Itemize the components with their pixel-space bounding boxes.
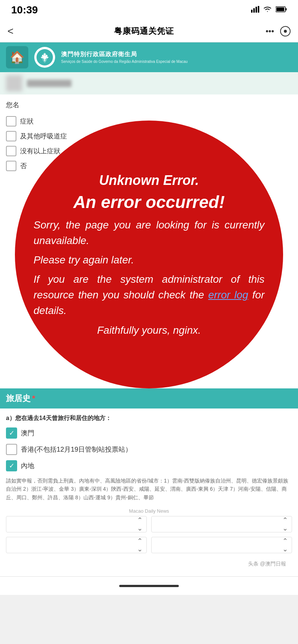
warning-text: 請如實申報，否則需負上刑責。內地有中、高風險地區的省份/城市：1）雲南-西雙版納… — [6, 477, 292, 502]
svg-rect-3 — [258, 6, 259, 13]
error-log-link[interactable]: error log — [208, 289, 248, 301]
checkbox-label-no: 否 — [20, 161, 27, 170]
bottom-bar — [0, 576, 298, 595]
list-item: ✓ 內地 — [6, 460, 292, 471]
back-button[interactable]: < — [7, 25, 22, 37]
user-name — [27, 80, 72, 87]
signal-icon — [251, 6, 259, 15]
error-title: Unknown Error. — [99, 173, 199, 188]
main-content: 您名 症狀 及其他呼吸道症 没有以上症狀 否 Unknown Error. An… — [0, 72, 298, 595]
svg-rect-6 — [276, 7, 284, 11]
nav-right-icons: ••• — [266, 26, 291, 36]
select-row-2: ⌃⌄ ⌃⌄ — [6, 537, 292, 553]
macau-checkbox[interactable]: ✓ — [6, 427, 17, 439]
svg-rect-5 — [286, 8, 287, 10]
travel-history-section-header: 旅居史 * — [0, 388, 298, 408]
checkbox-1[interactable] — [6, 116, 16, 126]
checkbox-label-3: 没有以上症狀 — [20, 147, 60, 156]
travel-sub-label: a）您在過去14天曾旅行和居住的地方： — [6, 414, 292, 422]
select-arrow-1: ⌃⌄ — [137, 516, 143, 532]
error-nginx: Faithfully yours, nginx. — [97, 324, 201, 336]
select-arrow-4: ⌃⌄ — [282, 537, 288, 553]
more-options-icon[interactable]: ••• — [266, 26, 274, 36]
header-text: 澳門特別行政區政府衛生局 Serviços de Saúde do Govern… — [61, 51, 188, 64]
header-banner: 🏠 澳門特別行政區政府衛生局 Serviços de Saúde do Gove… — [0, 42, 298, 72]
select-arrow-2: ⌃⌄ — [282, 516, 288, 532]
error-body-1: Sorry, the page you are looking for is c… — [34, 217, 264, 249]
select-province-1[interactable]: ⌃⌄ — [6, 516, 147, 532]
svg-rect-0 — [251, 10, 253, 13]
select-province-2[interactable]: ⌃⌄ — [6, 537, 147, 553]
error-body-2: Please try again later. — [34, 252, 264, 268]
you-label: 您名 — [6, 100, 292, 109]
select-arrow-3: ⌃⌄ — [137, 537, 143, 553]
select-city-1[interactable]: ⌃⌄ — [151, 516, 292, 532]
status-time: 10:39 — [11, 4, 38, 16]
user-avatar — [6, 75, 22, 92]
nav-bar: < 粤康码通关凭证 ••• — [0, 20, 298, 42]
watermark: Macao Daily News — [6, 506, 292, 516]
user-info-bar — [0, 72, 298, 94]
checkbox-2[interactable] — [6, 131, 16, 141]
mainland-checkbox[interactable]: ✓ — [6, 460, 17, 471]
home-icon[interactable]: 🏠 — [6, 46, 28, 68]
list-item: 香港(不包括12月19日管制站投票站） — [6, 444, 292, 455]
home-indicator — [119, 585, 179, 587]
bureau-name-pt: Serviços de Saúde do Governo da Região A… — [61, 59, 188, 64]
checkbox-label-1: 症狀 — [20, 117, 34, 126]
bureau-name-cn: 澳門特別行政區政府衛生局 — [61, 51, 188, 58]
wifi-icon — [263, 6, 272, 15]
target-icon[interactable] — [280, 26, 291, 36]
svg-point-9 — [42, 55, 44, 57]
svg-point-11 — [44, 54, 46, 55]
status-icons — [251, 6, 287, 15]
checkbox-label-2: 及其他呼吸道症 — [20, 132, 67, 141]
error-overlay: Unknown Error. An error occurred! Sorry,… — [15, 121, 283, 388]
required-asterisk: * — [32, 394, 35, 403]
mainland-label: 內地 — [21, 461, 34, 470]
error-subtitle: An error occurred! — [73, 192, 225, 212]
checkbox-no[interactable] — [6, 161, 16, 171]
travel-history-form: a）您在過去14天曾旅行和居住的地方： ✓ 澳門 香港(不包括12月19日管制站… — [0, 408, 298, 576]
health-bureau-logo — [34, 47, 55, 68]
svg-point-10 — [46, 55, 48, 57]
list-item: ✓ 澳門 — [6, 427, 292, 439]
select-row-1: ⌃⌄ ⌃⌄ — [6, 516, 292, 532]
svg-rect-1 — [253, 8, 255, 13]
hk-label: 香港(不包括12月19日管制站投票站） — [21, 445, 132, 454]
footer-source: 头条 @澳門日報 — [6, 558, 292, 570]
page-title: 粤康码通关凭证 — [114, 26, 174, 37]
status-bar: 10:39 — [0, 0, 298, 20]
battery-icon — [276, 6, 287, 14]
macau-label: 澳門 — [21, 429, 34, 438]
svg-rect-2 — [256, 7, 257, 13]
error-body-3: If you are the system administrator of t… — [34, 272, 264, 318]
hk-checkbox[interactable] — [6, 444, 17, 455]
travel-history-title: 旅居史 — [6, 393, 31, 404]
select-city-2[interactable]: ⌃⌄ — [151, 537, 292, 553]
checkbox-3[interactable] — [6, 146, 16, 156]
